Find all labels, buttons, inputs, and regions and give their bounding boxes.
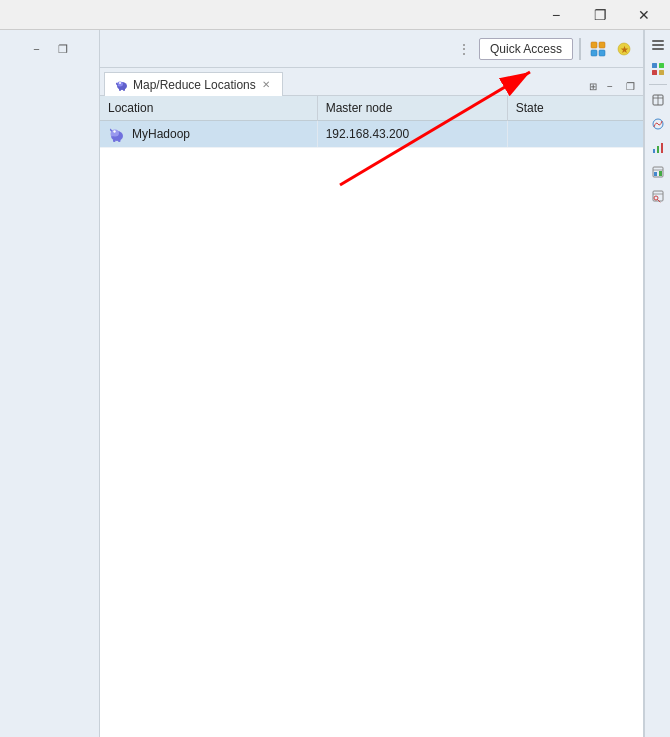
svg-rect-1	[599, 42, 605, 48]
tab-area-icon1[interactable]: ⊞	[587, 79, 599, 94]
column-header-master: Master node	[317, 96, 507, 121]
svg-rect-18	[652, 44, 664, 46]
column-header-state: State	[507, 96, 643, 121]
location-name: MyHadoop	[132, 127, 190, 141]
svg-point-10	[119, 82, 121, 84]
sidebar-restore-button[interactable]: ❐	[52, 38, 74, 60]
tab-close-button[interactable]: ✕	[260, 79, 272, 90]
tab-controls: ⊞ − ❐	[587, 77, 643, 95]
star-icon: ★	[616, 41, 632, 57]
rs-separator-1	[649, 84, 667, 85]
svg-rect-22	[652, 70, 657, 75]
svg-rect-30	[661, 143, 663, 153]
center-area: ⋮ Quick Access ★	[100, 30, 644, 737]
svg-rect-2	[591, 50, 597, 56]
tab-restore-button[interactable]: ❐	[621, 77, 639, 95]
cell-state	[507, 121, 643, 148]
svg-rect-33	[654, 172, 657, 176]
svg-rect-3	[599, 50, 605, 56]
table-row[interactable]: MyHadoop192.168.43.200	[100, 121, 643, 148]
grid-icon	[590, 41, 606, 57]
rs-icon-btn-4[interactable]	[647, 113, 669, 135]
rs-icon-5	[651, 141, 665, 155]
svg-rect-29	[657, 146, 659, 153]
svg-rect-28	[653, 149, 655, 153]
rs-icon-6	[651, 165, 665, 179]
rs-icon-1	[651, 38, 665, 52]
map-reduce-tab[interactable]: Map/Reduce Locations ✕	[104, 72, 283, 96]
rs-icon-2	[651, 62, 665, 76]
svg-rect-20	[652, 63, 657, 68]
rs-icon-btn-5[interactable]	[647, 137, 669, 159]
svg-point-16	[111, 132, 114, 137]
svg-rect-34	[659, 171, 662, 176]
rs-icon-7	[651, 189, 665, 203]
locations-table: Location Master node State MyHadoop192.1…	[100, 96, 643, 148]
toolbar-icon-button-2[interactable]: ★	[613, 38, 635, 60]
cell-location: MyHadoop	[100, 121, 317, 148]
hadoop-row-icon	[108, 125, 126, 143]
close-button[interactable]: ✕	[622, 1, 666, 29]
rs-icon-3	[651, 93, 665, 107]
toolbar-area: ⋮ Quick Access ★	[100, 30, 643, 68]
rs-icon-btn-1[interactable]	[647, 34, 669, 56]
toolbar-icon-button-1[interactable]	[587, 38, 609, 60]
table-area: Location Master node State MyHadoop192.1…	[100, 96, 643, 737]
svg-rect-9	[123, 88, 125, 91]
table-header-row: Location Master node State	[100, 96, 643, 121]
sidebar-minimize-button[interactable]: −	[26, 38, 48, 60]
hadoop-tab-icon	[115, 78, 129, 92]
tab-minimize-button[interactable]: −	[601, 77, 619, 95]
toolbar-separator	[579, 38, 581, 60]
svg-rect-23	[659, 70, 664, 75]
svg-rect-19	[652, 48, 664, 50]
tab-hadoop-icon	[115, 78, 129, 92]
rs-icon-btn-3[interactable]	[647, 89, 669, 111]
svg-point-15	[113, 130, 115, 132]
title-bar-buttons: − ❐ ✕	[534, 1, 666, 29]
left-sidebar: − ❐	[0, 30, 100, 737]
tab-bar: Map/Reduce Locations ✕ ⊞ − ❐	[100, 68, 643, 96]
svg-rect-14	[118, 139, 121, 142]
maximize-button[interactable]: ❐	[578, 1, 622, 29]
left-sidebar-buttons: − ❐	[22, 34, 78, 64]
svg-rect-17	[652, 40, 664, 42]
rs-icon-btn-6[interactable]	[647, 161, 669, 183]
main-layout: − ❐ ⋮ Quick Access ★	[0, 30, 670, 737]
svg-text:★: ★	[620, 44, 629, 55]
quick-access-button[interactable]: Quick Access	[479, 38, 573, 60]
rs-icon-btn-7[interactable]	[647, 185, 669, 207]
tab-label: Map/Reduce Locations	[133, 78, 256, 92]
rs-icon-4	[651, 117, 665, 131]
svg-rect-8	[119, 88, 121, 91]
toolbar-dots-icon[interactable]: ⋮	[457, 41, 471, 57]
svg-rect-0	[591, 42, 597, 48]
minimize-button[interactable]: −	[534, 1, 578, 29]
right-sidebar	[644, 30, 670, 737]
column-header-location: Location	[100, 96, 317, 121]
cell-master: 192.168.43.200	[317, 121, 507, 148]
title-bar: − ❐ ✕	[0, 0, 670, 30]
svg-rect-13	[113, 139, 116, 142]
svg-rect-21	[659, 63, 664, 68]
rs-icon-btn-2[interactable]	[647, 58, 669, 80]
